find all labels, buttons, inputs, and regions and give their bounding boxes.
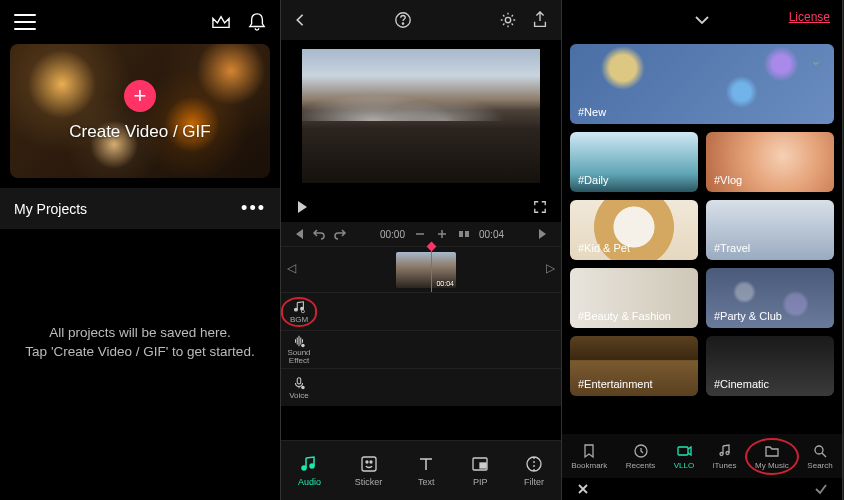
music-tabbar: Bookmark Recents VLLO iTunes My Music Se… [562, 434, 842, 478]
sound-effect-label: Sound Effect [281, 349, 317, 365]
video-preview [281, 40, 561, 192]
category-daily-label: #Daily [578, 174, 609, 186]
editor-panel: 00:00 00:04 ◁ 00:04 ▷ [281, 0, 562, 500]
bookmark-icon [581, 443, 597, 459]
tab-recents[interactable]: Recents [626, 443, 655, 470]
crown-icon[interactable] [210, 13, 232, 31]
category-party-label: #Party & Club [714, 310, 782, 322]
clip-duration: 00:04 [436, 280, 454, 287]
settings-icon[interactable] [499, 11, 517, 29]
preview-thumbnail[interactable] [302, 49, 540, 183]
timeline-toolbar: 00:00 00:04 [281, 222, 561, 246]
zoom-out-icon[interactable] [413, 227, 427, 241]
svg-point-22 [726, 451, 729, 454]
svg-point-8 [301, 344, 305, 348]
track-prev-icon[interactable]: ◁ [287, 261, 296, 275]
create-video-label: Create Video / GIF [69, 122, 210, 142]
tab-search-label: Search [807, 461, 832, 470]
tab-sticker-label: Sticker [355, 477, 383, 487]
track-next-icon[interactable]: ▷ [546, 261, 555, 275]
pip-icon [470, 454, 490, 474]
category-entertainment[interactable]: #Entertainment [570, 336, 698, 396]
category-cinematic[interactable]: #Cinematic [706, 336, 834, 396]
back-icon[interactable] [293, 13, 307, 27]
tab-my-music[interactable]: My Music [755, 443, 789, 470]
tab-itunes[interactable]: iTunes [713, 443, 737, 470]
category-new-label: #New [578, 106, 606, 118]
video-track[interactable]: ◁ 00:04 ▷ [281, 246, 561, 292]
create-video-card[interactable]: + Create Video / GIF [10, 44, 270, 178]
help-icon[interactable] [394, 11, 412, 29]
category-beauty-fashion[interactable]: #Beauty & Fashion [570, 268, 698, 328]
recents-icon [633, 443, 649, 459]
tab-text-label: Text [418, 477, 435, 487]
svg-point-5 [295, 308, 298, 311]
tab-search[interactable]: Search [807, 443, 832, 470]
category-travel[interactable]: #Travel [706, 200, 834, 260]
menu-icon[interactable] [14, 14, 36, 30]
playhead[interactable] [431, 247, 432, 292]
music-header: License [562, 0, 842, 40]
tab-recents-label: Recents [626, 461, 655, 470]
text-icon [416, 454, 436, 474]
clip-thumbnail[interactable]: 00:04 [396, 252, 456, 288]
license-link[interactable]: License [789, 10, 830, 24]
category-vlog[interactable]: #Vlog [706, 132, 834, 192]
aspect-icon[interactable] [457, 227, 471, 241]
svg-rect-20 [678, 447, 688, 455]
close-icon[interactable] [576, 482, 590, 496]
search-icon [812, 443, 828, 459]
tab-filter[interactable]: Filter [524, 454, 544, 487]
svg-rect-3 [459, 231, 463, 237]
tab-pip-label: PIP [473, 477, 488, 487]
sound-wave-icon [292, 334, 306, 348]
play-icon[interactable] [295, 200, 309, 214]
tab-pip[interactable]: PIP [470, 454, 490, 487]
export-icon[interactable] [531, 11, 549, 29]
add-icon[interactable] [435, 227, 449, 241]
category-beauty-label: #Beauty & Fashion [578, 310, 671, 322]
voice-button[interactable]: Voice [281, 376, 317, 400]
sound-effect-button[interactable]: Sound Effect [281, 334, 317, 365]
timeline: ◁ 00:04 ▷ BGM [281, 246, 561, 406]
undo-icon[interactable] [312, 227, 326, 241]
tab-audio-label: Audio [298, 477, 321, 487]
svg-point-15 [370, 461, 372, 463]
voice-label: Voice [289, 391, 309, 400]
check-icon[interactable] [814, 482, 828, 496]
category-daily[interactable]: #Daily [570, 132, 698, 192]
tab-bookmark[interactable]: Bookmark [571, 443, 607, 470]
skip-start-icon[interactable] [291, 227, 305, 241]
my-projects-label: My Projects [14, 201, 87, 217]
fullscreen-icon[interactable] [533, 200, 547, 214]
redo-icon[interactable] [333, 227, 347, 241]
editor-header [281, 0, 561, 40]
category-ent-label: #Entertainment [578, 378, 653, 390]
sound-effect-track[interactable]: Sound Effect [281, 330, 561, 368]
category-party-club[interactable]: #Party & Club [706, 268, 834, 328]
svg-rect-9 [297, 377, 301, 383]
tab-bookmark-label: Bookmark [571, 461, 607, 470]
preview-controls [281, 192, 561, 222]
tab-vllo[interactable]: VLLO [674, 443, 694, 470]
tab-sticker[interactable]: Sticker [355, 454, 383, 487]
tab-filter-label: Filter [524, 477, 544, 487]
svg-point-23 [815, 446, 823, 454]
bell-icon[interactable] [248, 12, 266, 32]
expand-icon[interactable]: ⌄ [810, 52, 822, 68]
category-kid-pet[interactable]: #Kid & Pet [570, 200, 698, 260]
svg-point-1 [402, 23, 403, 24]
skip-end-icon[interactable] [537, 227, 551, 241]
tab-text[interactable]: Text [416, 454, 436, 487]
svg-point-21 [720, 452, 723, 455]
tab-audio[interactable]: Audio [298, 454, 321, 487]
vllo-icon [676, 443, 692, 459]
category-new[interactable]: #New ⌄ [570, 44, 834, 124]
category-kid-label: #Kid & Pet [578, 242, 630, 254]
bgm-track-button[interactable]: BGM [281, 297, 317, 327]
voice-track[interactable]: Voice [281, 368, 561, 406]
chevron-down-icon[interactable] [694, 15, 710, 25]
music-library-panel: License #New ⌄ #Daily #Vlog #Kid & Pet #… [562, 0, 843, 500]
more-icon[interactable]: ••• [241, 198, 266, 219]
bgm-track[interactable]: BGM [281, 292, 561, 330]
